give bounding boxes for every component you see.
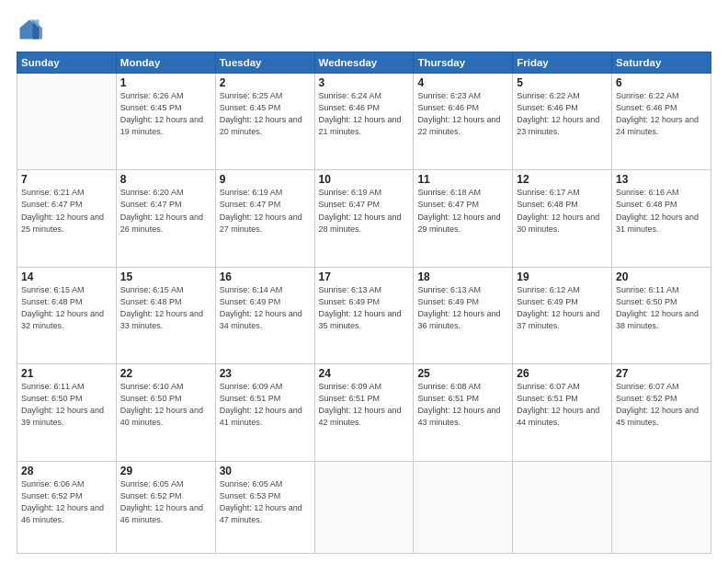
week-row-2: 7Sunrise: 6:21 AMSunset: 6:47 PMDaylight… <box>17 170 711 267</box>
day-info: Sunrise: 6:05 AMSunset: 6:53 PMDaylight:… <box>220 478 311 526</box>
calendar-cell: 5Sunrise: 6:22 AMSunset: 6:46 PMDaylight… <box>513 74 612 170</box>
calendar-cell: 29Sunrise: 6:05 AMSunset: 6:52 PMDayligh… <box>116 461 215 553</box>
day-info: Sunrise: 6:15 AMSunset: 6:48 PMDaylight:… <box>120 284 211 332</box>
calendar-cell: 10Sunrise: 6:19 AMSunset: 6:47 PMDayligh… <box>314 170 414 267</box>
day-info: Sunrise: 6:25 AMSunset: 6:45 PMDaylight:… <box>220 90 311 138</box>
weekday-sunday: Sunday <box>17 52 117 74</box>
calendar-cell <box>612 461 711 553</box>
day-number: 7 <box>21 173 112 186</box>
calendar-cell: 2Sunrise: 6:25 AMSunset: 6:45 PMDaylight… <box>215 74 314 170</box>
day-number: 18 <box>417 270 508 283</box>
day-number: 14 <box>21 270 112 283</box>
day-info: Sunrise: 6:13 AMSunset: 6:49 PMDaylight:… <box>417 284 508 332</box>
header <box>17 17 711 42</box>
day-number: 10 <box>319 173 410 186</box>
day-number: 21 <box>21 367 112 380</box>
calendar-cell: 19Sunrise: 6:12 AMSunset: 6:49 PMDayligh… <box>513 267 612 363</box>
day-number: 8 <box>120 173 211 186</box>
weekday-saturday: Saturday <box>612 52 711 74</box>
day-number: 6 <box>616 76 707 89</box>
calendar-cell: 18Sunrise: 6:13 AMSunset: 6:49 PMDayligh… <box>414 267 513 363</box>
day-info: Sunrise: 6:12 AMSunset: 6:49 PMDaylight:… <box>517 284 608 332</box>
logo-icon <box>17 17 42 42</box>
page: SundayMondayTuesdayWednesdayThursdayFrid… <box>0 0 728 563</box>
calendar-cell: 9Sunrise: 6:19 AMSunset: 6:47 PMDaylight… <box>215 170 314 267</box>
calendar-cell: 28Sunrise: 6:06 AMSunset: 6:52 PMDayligh… <box>17 461 117 553</box>
calendar-table: SundayMondayTuesdayWednesdayThursdayFrid… <box>17 52 711 554</box>
day-info: Sunrise: 6:07 AMSunset: 6:51 PMDaylight:… <box>517 381 608 429</box>
weekday-tuesday: Tuesday <box>215 52 314 74</box>
day-number: 29 <box>120 465 211 477</box>
day-number: 12 <box>517 173 608 186</box>
day-number: 15 <box>120 270 211 283</box>
calendar-cell <box>513 461 612 553</box>
day-info: Sunrise: 6:18 AMSunset: 6:47 PMDaylight:… <box>417 187 508 235</box>
day-number: 24 <box>319 367 410 380</box>
day-info: Sunrise: 6:07 AMSunset: 6:52 PMDaylight:… <box>616 381 707 429</box>
calendar-cell <box>314 461 414 553</box>
calendar-cell: 4Sunrise: 6:23 AMSunset: 6:46 PMDaylight… <box>414 74 513 170</box>
calendar-cell: 11Sunrise: 6:18 AMSunset: 6:47 PMDayligh… <box>414 170 513 267</box>
weekday-wednesday: Wednesday <box>314 52 414 74</box>
day-info: Sunrise: 6:06 AMSunset: 6:52 PMDaylight:… <box>21 478 112 526</box>
day-number: 17 <box>319 270 410 283</box>
day-info: Sunrise: 6:09 AMSunset: 6:51 PMDaylight:… <box>220 381 311 429</box>
day-info: Sunrise: 6:19 AMSunset: 6:47 PMDaylight:… <box>220 187 311 235</box>
day-number: 25 <box>417 367 508 380</box>
day-info: Sunrise: 6:14 AMSunset: 6:49 PMDaylight:… <box>220 284 311 332</box>
day-info: Sunrise: 6:24 AMSunset: 6:46 PMDaylight:… <box>319 90 410 138</box>
week-row-5: 28Sunrise: 6:06 AMSunset: 6:52 PMDayligh… <box>17 461 711 553</box>
day-info: Sunrise: 6:13 AMSunset: 6:49 PMDaylight:… <box>319 284 410 332</box>
day-number: 19 <box>517 270 608 283</box>
day-info: Sunrise: 6:17 AMSunset: 6:48 PMDaylight:… <box>517 187 608 235</box>
calendar-cell <box>414 461 513 553</box>
day-number: 9 <box>220 173 311 186</box>
day-number: 23 <box>220 367 311 380</box>
week-row-4: 21Sunrise: 6:11 AMSunset: 6:50 PMDayligh… <box>17 364 711 461</box>
week-row-3: 14Sunrise: 6:15 AMSunset: 6:48 PMDayligh… <box>17 267 711 363</box>
calendar-cell: 16Sunrise: 6:14 AMSunset: 6:49 PMDayligh… <box>215 267 314 363</box>
day-info: Sunrise: 6:16 AMSunset: 6:48 PMDaylight:… <box>616 187 707 235</box>
calendar-cell: 3Sunrise: 6:24 AMSunset: 6:46 PMDaylight… <box>314 74 414 170</box>
day-info: Sunrise: 6:08 AMSunset: 6:51 PMDaylight:… <box>417 381 508 429</box>
calendar-cell: 14Sunrise: 6:15 AMSunset: 6:48 PMDayligh… <box>17 267 117 363</box>
day-info: Sunrise: 6:11 AMSunset: 6:50 PMDaylight:… <box>21 381 112 429</box>
day-number: 16 <box>220 270 311 283</box>
calendar-cell: 17Sunrise: 6:13 AMSunset: 6:49 PMDayligh… <box>314 267 414 363</box>
calendar-cell: 13Sunrise: 6:16 AMSunset: 6:48 PMDayligh… <box>612 170 711 267</box>
day-number: 30 <box>220 465 311 477</box>
weekday-friday: Friday <box>513 52 612 74</box>
calendar-cell: 21Sunrise: 6:11 AMSunset: 6:50 PMDayligh… <box>17 364 117 461</box>
day-info: Sunrise: 6:21 AMSunset: 6:47 PMDaylight:… <box>21 187 112 235</box>
day-number: 11 <box>417 173 508 186</box>
day-info: Sunrise: 6:10 AMSunset: 6:50 PMDaylight:… <box>120 381 211 429</box>
day-number: 3 <box>319 76 410 89</box>
calendar-cell: 22Sunrise: 6:10 AMSunset: 6:50 PMDayligh… <box>116 364 215 461</box>
day-info: Sunrise: 6:19 AMSunset: 6:47 PMDaylight:… <box>319 187 410 235</box>
calendar-cell: 30Sunrise: 6:05 AMSunset: 6:53 PMDayligh… <box>215 461 314 553</box>
day-info: Sunrise: 6:22 AMSunset: 6:46 PMDaylight:… <box>616 90 707 138</box>
day-number: 1 <box>120 76 211 89</box>
calendar-cell: 15Sunrise: 6:15 AMSunset: 6:48 PMDayligh… <box>116 267 215 363</box>
day-number: 5 <box>517 76 608 89</box>
calendar-cell: 26Sunrise: 6:07 AMSunset: 6:51 PMDayligh… <box>513 364 612 461</box>
day-number: 27 <box>616 367 707 380</box>
day-info: Sunrise: 6:22 AMSunset: 6:46 PMDaylight:… <box>517 90 608 138</box>
day-number: 28 <box>21 465 112 477</box>
day-info: Sunrise: 6:05 AMSunset: 6:52 PMDaylight:… <box>120 478 211 526</box>
calendar-cell: 1Sunrise: 6:26 AMSunset: 6:45 PMDaylight… <box>116 74 215 170</box>
calendar-cell: 20Sunrise: 6:11 AMSunset: 6:50 PMDayligh… <box>612 267 711 363</box>
week-row-1: 1Sunrise: 6:26 AMSunset: 6:45 PMDaylight… <box>17 74 711 170</box>
calendar-cell: 6Sunrise: 6:22 AMSunset: 6:46 PMDaylight… <box>612 74 711 170</box>
calendar-cell: 8Sunrise: 6:20 AMSunset: 6:47 PMDaylight… <box>116 170 215 267</box>
day-info: Sunrise: 6:09 AMSunset: 6:51 PMDaylight:… <box>319 381 410 429</box>
day-info: Sunrise: 6:15 AMSunset: 6:48 PMDaylight:… <box>21 284 112 332</box>
logo <box>17 17 46 42</box>
weekday-thursday: Thursday <box>414 52 513 74</box>
calendar-cell: 7Sunrise: 6:21 AMSunset: 6:47 PMDaylight… <box>17 170 117 267</box>
calendar-cell: 23Sunrise: 6:09 AMSunset: 6:51 PMDayligh… <box>215 364 314 461</box>
calendar-cell: 24Sunrise: 6:09 AMSunset: 6:51 PMDayligh… <box>314 364 414 461</box>
day-number: 26 <box>517 367 608 380</box>
day-number: 22 <box>120 367 211 380</box>
calendar-cell: 27Sunrise: 6:07 AMSunset: 6:52 PMDayligh… <box>612 364 711 461</box>
